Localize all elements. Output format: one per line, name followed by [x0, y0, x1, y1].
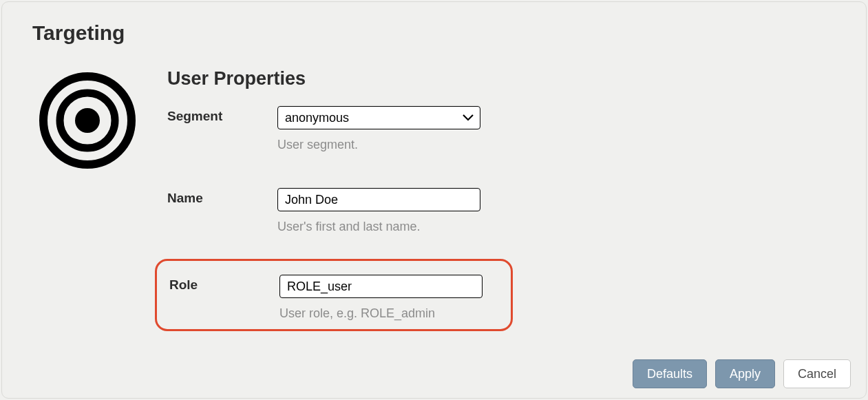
role-label: Role — [169, 275, 279, 293]
name-help: User's first and last name. — [277, 220, 480, 234]
role-field: Role User role, e.g. ROLE_admin — [169, 275, 498, 321]
role-highlight-box: Role User role, e.g. ROLE_admin — [155, 259, 513, 331]
name-field: Name User's first and last name. — [167, 184, 836, 238]
segment-select[interactable]: anonymous — [277, 106, 480, 129]
name-input[interactable] — [277, 188, 480, 211]
role-control: User role, e.g. ROLE_admin — [279, 275, 483, 321]
segment-help: User segment. — [277, 138, 480, 152]
panel-title: Targeting — [32, 21, 836, 45]
segment-field: Segment anonymous User segment. — [167, 102, 836, 156]
icon-column — [32, 68, 136, 169]
button-bar: Defaults Apply Cancel — [633, 359, 851, 388]
role-help: User role, e.g. ROLE_admin — [279, 306, 483, 321]
targeting-panel: Targeting User Properties Segment anonym… — [1, 1, 867, 399]
segment-label: Segment — [167, 106, 277, 124]
apply-button[interactable]: Apply — [715, 359, 775, 388]
cancel-button[interactable]: Cancel — [783, 359, 851, 388]
section-title: User Properties — [167, 68, 836, 90]
segment-control: anonymous User segment. — [277, 106, 480, 152]
name-label: Name — [167, 188, 277, 206]
name-control: User's first and last name. — [277, 188, 480, 234]
target-icon — [39, 72, 136, 169]
role-input[interactable] — [279, 275, 483, 298]
segment-select-wrap: anonymous — [277, 106, 480, 129]
form-column: User Properties Segment anonymous User s… — [167, 68, 836, 331]
defaults-button[interactable]: Defaults — [633, 359, 707, 388]
svg-point-2 — [75, 108, 100, 133]
content-row: User Properties Segment anonymous User s… — [32, 68, 836, 331]
